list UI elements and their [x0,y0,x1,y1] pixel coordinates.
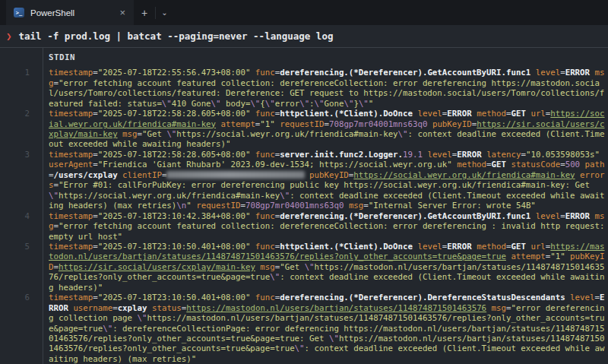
header-gutter [0,52,43,62]
tab-powershell[interactable]: >_ PowerShell × [6,0,134,25]
new-tab-button[interactable]: + [134,0,155,25]
log-lines: 1timestamp="2025-07-18T22:55:56.473+08:0… [0,68,608,364]
line-number: 4 [0,211,43,221]
log-line: 3timestamp="2025-07-18T22:58:28.605+08:0… [0,150,608,211]
tab-close-icon[interactable]: × [117,6,128,19]
gutter-separator [43,48,43,364]
tab-title: PowerShell [30,8,111,17]
log-text: timestamp="2025-07-18T22:55:56.473+08:00… [43,68,608,109]
log-line: 6timestamp="2025-07-18T23:10:50.401+08:0… [0,293,608,364]
log-line: 5timestamp="2025-07-18T23:10:50.401+08:0… [0,242,608,293]
log-line: 2timestamp="2025-07-18T22:58:28.605+08:0… [0,109,608,150]
line-number: 1 [0,68,43,78]
command-line[interactable]: ❯ tail -f prod.log | batcat --paging=nev… [0,25,608,47]
log-text: timestamp="2025-07-18T23:10:50.401+08:00… [43,242,608,293]
tab-dropdown-button[interactable]: ⌄ [155,7,173,19]
log-text: timestamp="2025-07-18T22:58:28.605+08:00… [43,150,608,211]
line-number: 3 [0,150,43,160]
redacted-client-ip [166,171,304,179]
terminal-window: >_ PowerShell × + ⌄ ❯ tail -f prod.log |… [0,0,608,364]
log-line: 4timestamp="2025-07-18T23:10:42.384+08:0… [0,211,608,242]
command-text: tail -f prod.log | batcat --paging=never… [19,30,334,43]
stdin-header: STDIN [43,52,75,62]
log-text: timestamp="2025-07-18T22:58:28.605+08:00… [43,109,608,150]
bat-output: STDIN 1timestamp="2025-07-18T22:55:56.47… [0,47,608,364]
powershell-icon: >_ [14,8,24,17]
log-text: timestamp="2025-07-18T23:10:42.384+08:00… [43,211,608,242]
bat-header-row: STDIN [0,48,608,68]
log-text: timestamp="2025-07-18T23:10:50.401+08:00… [43,293,608,364]
log-line: 1timestamp="2025-07-18T22:55:56.473+08:0… [0,68,608,109]
line-number: 2 [0,109,43,119]
prompt-chevron: ❯ [6,30,12,43]
line-number: 6 [0,293,43,302]
tab-bar: >_ PowerShell × + ⌄ [0,0,608,25]
line-number: 5 [0,242,43,252]
